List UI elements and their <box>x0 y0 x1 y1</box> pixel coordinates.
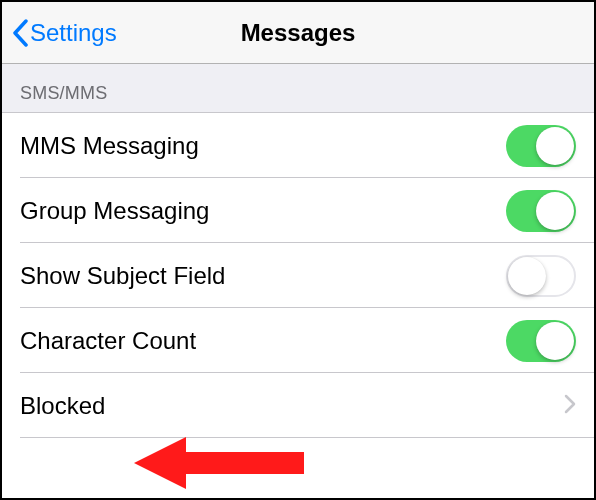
annotation-arrow-icon <box>134 432 304 494</box>
back-button[interactable]: Settings <box>2 19 117 47</box>
chevron-left-icon <box>12 19 28 47</box>
row-mms-messaging: MMS Messaging <box>2 113 594 178</box>
toggle-knob <box>508 257 546 295</box>
section-header: SMS/MMS <box>2 64 594 113</box>
row-label: Group Messaging <box>20 197 209 225</box>
row-group-messaging: Group Messaging <box>2 178 594 243</box>
row-label: Character Count <box>20 327 196 355</box>
toggle-knob <box>536 192 574 230</box>
row-blocked[interactable]: Blocked <box>2 373 594 438</box>
toggle-knob <box>536 322 574 360</box>
toggle-knob <box>536 127 574 165</box>
chevron-right-icon <box>564 394 576 418</box>
row-character-count: Character Count <box>2 308 594 373</box>
row-label: Blocked <box>20 392 105 420</box>
toggle-mms-messaging[interactable] <box>506 125 576 167</box>
row-label: MMS Messaging <box>20 132 199 160</box>
svg-marker-0 <box>134 437 304 489</box>
section-label: SMS/MMS <box>20 83 107 104</box>
row-label: Show Subject Field <box>20 262 225 290</box>
toggle-show-subject-field[interactable] <box>506 255 576 297</box>
navigation-bar: Settings Messages <box>2 2 594 64</box>
toggle-group-messaging[interactable] <box>506 190 576 232</box>
row-show-subject-field: Show Subject Field <box>2 243 594 308</box>
toggle-character-count[interactable] <box>506 320 576 362</box>
back-label: Settings <box>30 19 117 47</box>
